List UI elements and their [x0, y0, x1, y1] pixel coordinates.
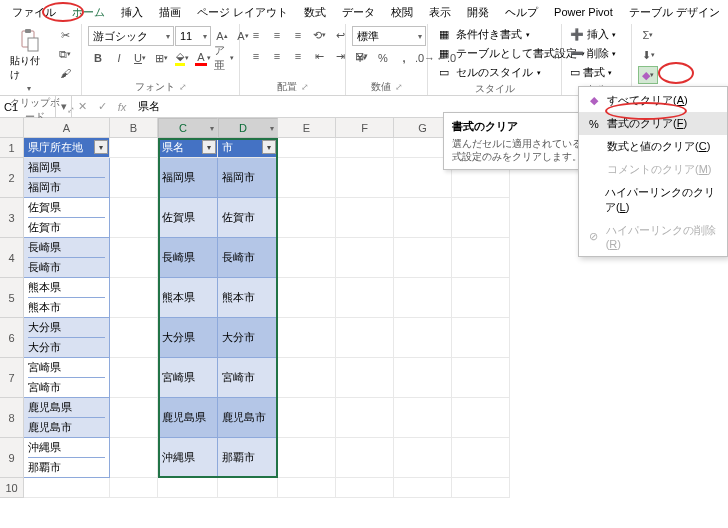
cell[interactable]: 那覇市 [218, 438, 278, 478]
cell[interactable]: 長崎市 [218, 238, 278, 278]
col-header-A[interactable]: A [24, 118, 110, 137]
font-family-select[interactable]: 游ゴシック [88, 26, 174, 46]
clear-button[interactable]: ◆▾ [638, 66, 658, 84]
cell[interactable] [452, 278, 510, 318]
cell[interactable] [278, 478, 336, 498]
cell[interactable] [336, 438, 394, 478]
cell[interactable]: 佐賀市 [218, 198, 278, 238]
clear-contents-item[interactable]: 数式と値のクリア(C) [579, 135, 727, 158]
valign-top-button[interactable]: ≡ [246, 26, 266, 44]
menu-table-design[interactable]: テーブル デザイン [621, 2, 728, 23]
menu-page-layout[interactable]: ページ レイアウト [189, 2, 296, 23]
cell[interactable] [110, 278, 158, 318]
cell[interactable] [110, 398, 158, 438]
remove-hyperlinks-item[interactable]: ⊘ハイパーリンクの削除(R) [579, 219, 727, 254]
cell[interactable] [24, 478, 110, 498]
cell[interactable]: 熊本県 [158, 278, 218, 318]
filter-dropdown-icon[interactable]: ▾ [94, 140, 108, 154]
row-header[interactable]: 7 [0, 358, 23, 398]
cell[interactable] [336, 198, 394, 238]
menu-formulas[interactable]: 数式 [296, 2, 334, 23]
menu-file[interactable]: ファイル [4, 2, 64, 23]
cell[interactable] [336, 478, 394, 498]
cell[interactable] [452, 478, 510, 498]
cell[interactable]: 佐賀県佐賀市 [24, 198, 110, 238]
cell[interactable]: 福岡県 [158, 158, 218, 198]
cell[interactable] [110, 158, 158, 198]
cell[interactable]: 大分県 [158, 318, 218, 358]
cell[interactable] [452, 438, 510, 478]
row-header[interactable]: 1 [0, 138, 23, 158]
format-painter-button[interactable]: 🖌 [55, 64, 75, 82]
menu-data[interactable]: データ [334, 2, 383, 23]
cell[interactable]: 鹿児島県 [158, 398, 218, 438]
name-box-dropdown[interactable]: ▾ [56, 96, 72, 117]
cell[interactable] [394, 318, 452, 358]
cell[interactable] [336, 158, 394, 198]
row-header[interactable]: 6 [0, 318, 23, 358]
name-box[interactable]: C1 [0, 96, 56, 117]
valign-mid-button[interactable]: ≡ [267, 26, 287, 44]
row-header[interactable]: 3 [0, 198, 23, 238]
format-cells-button[interactable]: ▭書式▾ [568, 64, 614, 81]
fill-color-button[interactable]: ⬙▾ [172, 49, 192, 67]
cell[interactable] [218, 478, 278, 498]
clear-hyperlinks-item[interactable]: ハイパーリンクのクリア(L) [579, 181, 727, 219]
cell[interactable] [394, 358, 452, 398]
dialog-launcher-icon[interactable]: ⤢ [301, 82, 309, 92]
cell[interactable] [452, 358, 510, 398]
cell[interactable]: 沖縄県 [158, 438, 218, 478]
filter-dropdown-icon[interactable]: ▾ [202, 140, 216, 154]
cell[interactable] [336, 138, 394, 158]
conditional-format-button[interactable]: ▦条件付き書式▾ [434, 26, 532, 43]
confirm-formula-button[interactable]: ✓ [92, 96, 112, 117]
cell[interactable]: 長崎県 [158, 238, 218, 278]
bold-button[interactable]: B [88, 49, 108, 67]
align-right-button[interactable]: ≡ [288, 47, 308, 65]
cell[interactable] [278, 278, 336, 318]
cell[interactable]: 市▾ [218, 138, 278, 158]
menu-help[interactable]: ヘルプ [497, 2, 546, 23]
cell[interactable] [336, 358, 394, 398]
cell[interactable] [110, 238, 158, 278]
clear-comments-item[interactable]: コメントのクリア(M) [579, 158, 727, 181]
cell[interactable] [110, 438, 158, 478]
border-button[interactable]: ⊞▾ [151, 49, 171, 67]
cell[interactable]: 福岡市 [218, 158, 278, 198]
autosum-button[interactable]: Σ▾ [638, 26, 658, 44]
underline-button[interactable]: U▾ [130, 49, 150, 67]
row-header[interactable]: 4 [0, 238, 23, 278]
cell[interactable] [394, 198, 452, 238]
cell[interactable]: 県名▾ [158, 138, 218, 158]
cell-styles-button[interactable]: ▭セルのスタイル▾ [434, 64, 543, 81]
orientation-button[interactable]: ⟲▾ [309, 26, 329, 44]
dialog-launcher-icon[interactable]: ⤢ [395, 82, 403, 92]
currency-button[interactable]: ¥▾ [352, 49, 372, 67]
select-all-corner[interactable] [0, 118, 24, 137]
insert-cells-button[interactable]: ➕挿入▾ [568, 26, 618, 43]
cell[interactable] [110, 358, 158, 398]
row-header[interactable]: 9 [0, 438, 23, 478]
cell[interactable]: 福岡県福岡市 [24, 158, 110, 198]
cell[interactable] [278, 158, 336, 198]
align-left-button[interactable]: ≡ [246, 47, 266, 65]
menu-home[interactable]: ホーム [64, 2, 113, 23]
cell[interactable] [452, 198, 510, 238]
cell[interactable]: 熊本市 [218, 278, 278, 318]
italic-button[interactable]: I [109, 49, 129, 67]
cell-area[interactable]: 県庁所在地▾県名▾市▾福岡県福岡市福岡県福岡市佐賀県佐賀市佐賀県佐賀市長崎県長崎… [24, 138, 510, 498]
col-header-C[interactable]: C [158, 118, 218, 138]
cell[interactable] [394, 478, 452, 498]
valign-bot-button[interactable]: ≡ [288, 26, 308, 44]
cancel-formula-button[interactable]: ✕ [72, 96, 92, 117]
phonetic-button[interactable]: ア亜▾ [214, 49, 234, 67]
cell[interactable] [110, 138, 158, 158]
cell[interactable]: 宮崎市 [218, 358, 278, 398]
cell[interactable] [278, 138, 336, 158]
menu-review[interactable]: 校閲 [383, 2, 421, 23]
cell[interactable]: 佐賀県 [158, 198, 218, 238]
col-header-E[interactable]: E [278, 118, 336, 137]
cut-button[interactable]: ✂ [55, 26, 75, 44]
cell[interactable] [336, 318, 394, 358]
row-header[interactable]: 10 [0, 478, 23, 498]
